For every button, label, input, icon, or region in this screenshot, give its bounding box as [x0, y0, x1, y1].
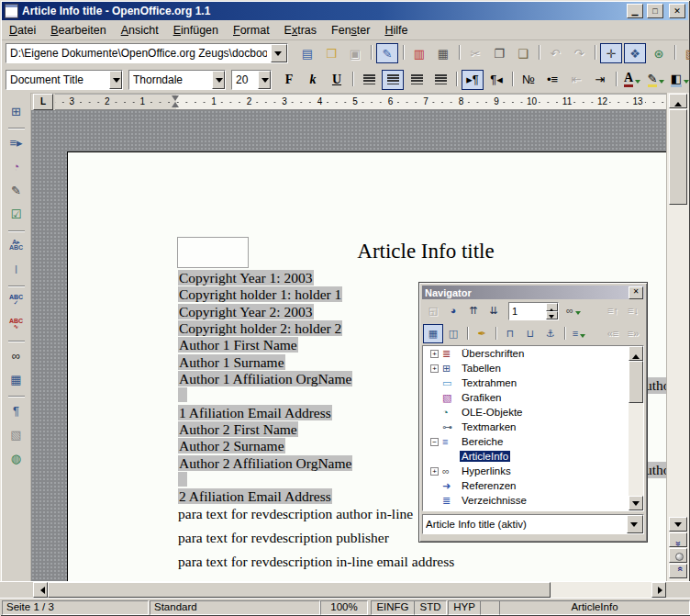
navigator-item-ole-objekte[interactable]: ◔ OLE-Objekte: [423, 405, 643, 420]
italic[interactable]: k: [302, 70, 324, 90]
font-dropdown-button[interactable]: [212, 71, 225, 89]
right-to-left[interactable]: ¶◂: [485, 70, 507, 90]
doc-line[interactable]: Author 2 Surname: [178, 438, 352, 454]
copy[interactable]: ❐: [488, 43, 510, 63]
navigator-document-dropdown-button[interactable]: [627, 515, 643, 533]
align-right[interactable]: [406, 70, 428, 90]
redo[interactable]: ↷: [568, 43, 590, 63]
spin-up-button[interactable]: [546, 303, 558, 311]
navigator-item-tabellen[interactable]: + ⊞ Tabellen: [423, 361, 643, 375]
scroll-left-button[interactable]: [33, 582, 48, 598]
new-document[interactable]: ▤: [296, 43, 318, 63]
status-page[interactable]: Seite 1 / 3: [2, 600, 149, 615]
promote-chapter[interactable]: ≡↑: [603, 301, 623, 320]
menu-extras[interactable]: Extras: [277, 22, 324, 39]
menu-format[interactable]: Format: [226, 22, 277, 39]
size-dropdown-button[interactable]: [258, 71, 271, 89]
menu-bearbeiten[interactable]: Bearbeiten: [43, 22, 113, 39]
title-bar[interactable]: Article Info title - OpenOffice.org 1.1 …: [2, 2, 688, 20]
doc-line[interactable]: Author 2 First Name: [178, 421, 352, 438]
auto-spellcheck[interactable]: ABC ∿: [6, 314, 28, 334]
underline[interactable]: U: [326, 70, 348, 90]
scroll-right-button[interactable]: [651, 582, 666, 598]
insert-object[interactable]: ◔: [6, 156, 28, 176]
navigator-item-textrahmen[interactable]: ▭ Textrahmen: [423, 375, 643, 390]
document-title-text[interactable]: Article Info title: [178, 240, 666, 263]
tree-expander[interactable]: +: [430, 467, 442, 476]
status-insert-mode[interactable]: EINFG: [371, 600, 415, 615]
font-name-input[interactable]: [129, 71, 212, 89]
draw-functions[interactable]: ✎: [6, 180, 28, 200]
save-document[interactable]: ▣: [344, 43, 366, 63]
online-layout[interactable]: ◍: [6, 448, 28, 468]
heading-levels-shown[interactable]: ≡: [569, 324, 589, 343]
undo[interactable]: ↶: [544, 43, 566, 63]
tree-scroll-up-button[interactable]: [629, 346, 643, 361]
set-reminder[interactable]: ✒: [472, 324, 492, 343]
tree-expander[interactable]: [430, 453, 442, 461]
navigator-item-ueberschriften[interactable]: + ≣ Überschriften: [423, 346, 643, 361]
doc-line[interactable]: Author 2 Affiliation OrgName: [178, 455, 352, 472]
status-zoom[interactable]: 100%: [320, 600, 368, 615]
export-pdf[interactable]: ▥: [408, 43, 430, 63]
doc-line[interactable]: Author 1 Surname: [178, 354, 352, 371]
gallery[interactable]: ▧: [680, 43, 690, 63]
paragraph-background[interactable]: ◧: [669, 70, 690, 90]
url-input[interactable]: [6, 44, 271, 62]
find-replace[interactable]: ∞: [6, 345, 28, 365]
navigator-tree-scrollbar[interactable]: [629, 346, 643, 510]
tree-expander[interactable]: −: [430, 438, 442, 446]
tree-expander[interactable]: [430, 423, 442, 431]
vertical-scroll-thumb[interactable]: [669, 109, 687, 205]
font-color[interactable]: A: [621, 70, 643, 90]
doc-paragraph[interactable]: para text for revdescription in-line ema…: [178, 553, 454, 577]
doc-line[interactable]: [178, 387, 352, 404]
status-page-style[interactable]: Standard: [150, 600, 320, 615]
doc-line[interactable]: [178, 472, 352, 488]
highlighting[interactable]: ✎: [645, 70, 667, 90]
promote-level[interactable]: «≡: [603, 324, 623, 343]
doc-line[interactable]: Copyright Year 1: 2003: [178, 270, 352, 286]
spin-down-button[interactable]: [546, 311, 558, 319]
navigation-dot-button[interactable]: [669, 548, 687, 563]
previous-object[interactable]: ⇈: [463, 301, 484, 320]
stylist[interactable]: ❖: [624, 43, 646, 63]
insert-fields[interactable]: ≡▸: [6, 132, 28, 152]
nonprinting-characters[interactable]: ¶: [6, 400, 28, 420]
demote-chapter[interactable]: ≡↓: [623, 301, 643, 320]
vertical-scrollbar[interactable]: « «: [666, 93, 689, 581]
tree-expander[interactable]: +: [430, 350, 442, 358]
status-hyperlink-mode[interactable]: HYP: [448, 600, 481, 615]
navigator[interactable]: ✛: [600, 43, 622, 63]
close-button[interactable]: ✕: [669, 4, 685, 18]
navigator-title-bar[interactable]: Navigator ✕: [422, 286, 644, 299]
bold[interactable]: F: [278, 70, 300, 90]
font-size-input[interactable]: [232, 71, 258, 89]
drag-mode[interactable]: ∞: [563, 301, 584, 320]
navigator-toggle[interactable]: ◱: [423, 301, 443, 320]
navigator-close-button[interactable]: ✕: [629, 286, 643, 299]
direct-cursor[interactable]: I: [6, 259, 28, 279]
decrease-indent[interactable]: ⇤: [565, 70, 587, 90]
footer-toggle[interactable]: ⊔: [520, 324, 540, 343]
url-dropdown-button[interactable]: [271, 44, 287, 62]
paste[interactable]: ❑: [512, 43, 534, 63]
doc-line[interactable]: 1 Afiliation Email Address: [178, 405, 352, 421]
status-selection-mode[interactable]: STD: [414, 600, 447, 615]
navigator-item-grafiken[interactable]: ▧ Grafiken: [423, 390, 643, 405]
spellcheck[interactable]: ABC ✓: [6, 290, 28, 310]
doc-line[interactable]: 2 Afiliation Email Address: [178, 488, 352, 505]
navigator-item-hyperlinks[interactable]: + ∞ Hyperlinks: [423, 464, 643, 478]
tree-scroll-down-button[interactable]: [629, 496, 643, 510]
tree-scroll-thumb[interactable]: [629, 361, 643, 403]
open-document[interactable]: ❒: [320, 43, 342, 63]
cut[interactable]: ✂: [464, 43, 486, 63]
numbering-on-off[interactable]: №: [518, 70, 540, 90]
graphics-on-off[interactable]: ▧: [6, 424, 28, 444]
paragraph-style-input[interactable]: [6, 71, 109, 89]
doc-line[interactable]: Author 1 Affiliation OrgName: [178, 371, 352, 387]
doc-paragraph[interactable]: para text for revdescription publisher: [178, 529, 454, 553]
demote-level[interactable]: ≡»: [623, 324, 643, 343]
content-view[interactable]: ◫: [443, 324, 463, 343]
menu-datei[interactable]: Datei: [2, 22, 43, 39]
